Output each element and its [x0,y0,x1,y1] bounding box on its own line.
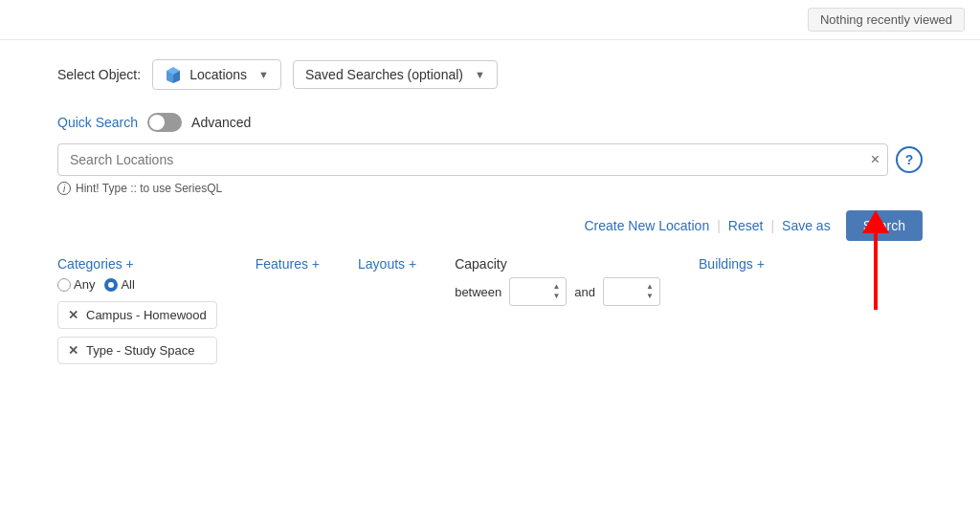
locations-dropdown-arrow: ▼ [258,69,269,80]
buildings-header[interactable]: Buildings + [699,256,765,272]
arrow-head [862,210,889,233]
capacity-between-label: between [455,285,501,299]
capacity-min-field[interactable] [514,285,545,299]
features-header[interactable]: Features + [256,256,320,272]
arrow-line [874,233,878,310]
capacity-max-field[interactable] [608,285,638,299]
categories-header[interactable]: Categories + [57,256,217,272]
saved-searches-dropdown[interactable]: Saved Searches (optional) ▼ [293,60,498,89]
cube-icon [165,66,182,83]
search-input[interactable] [58,144,863,175]
capacity-min-down[interactable]: ▼ [550,292,562,301]
categories-group: Categories + Any All ✕ Campus - Homewood… [57,256,217,364]
all-radio-circle [104,278,118,292]
save-as-link[interactable]: Save as [774,218,838,233]
capacity-inputs: between ▲ ▼ and ▲ ▼ [455,277,660,306]
saved-searches-arrow: ▼ [475,69,485,80]
campus-tag-label: Campus - Homewood [86,308,207,322]
reset-link[interactable]: Reset [721,218,771,233]
select-object-row: Select Object: Locations ▼ Saved Searche… [57,59,923,90]
locations-dropdown-label: Locations [189,67,247,82]
search-input-wrapper: × [57,143,888,176]
recently-viewed-badge: Nothing recently viewed [808,8,965,32]
search-mode-row: Quick Search Advanced [57,113,923,132]
capacity-max-up[interactable]: ▲ [644,282,656,292]
capacity-max-input[interactable]: ▲ ▼ [603,277,660,306]
layouts-group: Layouts + [358,256,416,272]
all-label: All [121,277,134,292]
type-tag-label: Type - Study Space [86,343,194,358]
remove-type-tag[interactable]: ✕ [68,343,78,358]
capacity-max-spinner: ▲ ▼ [644,282,656,301]
capacity-min-input[interactable]: ▲ ▼ [509,277,567,306]
capacity-min-up[interactable]: ▲ [550,282,562,292]
clear-search-button[interactable]: × [863,151,887,168]
capacity-max-down[interactable]: ▼ [644,292,656,301]
search-mode-toggle[interactable] [147,113,182,132]
filters-row: Categories + Any All ✕ Campus - Homewood… [57,256,923,364]
hint-text: Hint! Type :: to use SeriesQL [76,182,222,195]
any-label: Any [74,277,95,292]
saved-searches-label: Saved Searches (optional) [305,67,463,82]
capacity-and-label: and [574,285,595,299]
features-group: Features + [256,256,320,272]
advanced-label: Advanced [191,115,251,130]
filter-tags: ✕ Campus - Homewood ✕ Type - Study Space [57,301,217,364]
arrow-annotation [862,210,889,310]
remove-campus-tag[interactable]: ✕ [68,308,78,322]
select-object-label: Select Object: [57,67,141,82]
capacity-header: Capacity [455,256,660,272]
quick-search-label: Quick Search [57,115,138,130]
capacity-min-spinner: ▲ ▼ [550,282,562,301]
any-radio-item[interactable]: Any [57,277,95,292]
create-new-location-link[interactable]: Create New Location [576,218,717,233]
main-content: Select Object: Locations ▼ Saved Searche… [0,40,980,383]
capacity-group: Capacity between ▲ ▼ and ▲ ▼ [455,256,660,306]
info-icon: i [57,182,71,195]
any-all-radio-group: Any All [57,277,217,292]
list-item: ✕ Campus - Homewood [57,301,217,329]
any-radio-circle [57,278,71,292]
layouts-header[interactable]: Layouts + [358,256,416,272]
buildings-group: Buildings + [699,256,765,272]
locations-dropdown[interactable]: Locations ▼ [152,59,281,90]
top-bar: Nothing recently viewed [0,0,980,40]
list-item: ✕ Type - Study Space [57,337,217,364]
search-input-row: × ? [57,143,923,176]
hint-row: i Hint! Type :: to use SeriesQL [57,182,923,195]
all-radio-item[interactable]: All [104,277,134,292]
action-row: Create New Location | Reset | Save as Se… [57,210,923,241]
help-button[interactable]: ? [896,146,923,173]
